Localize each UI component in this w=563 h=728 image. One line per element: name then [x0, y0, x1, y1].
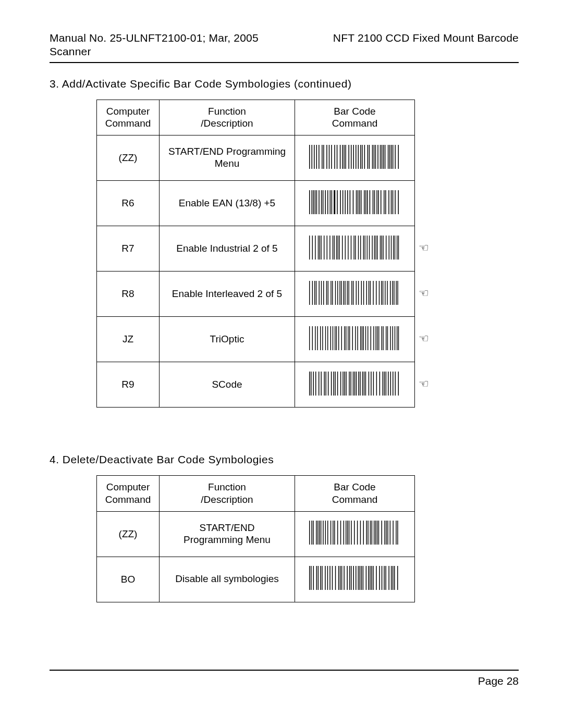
svg-rect-33: [385, 145, 386, 169]
svg-rect-263: [363, 521, 364, 545]
svg-rect-259: [351, 521, 351, 545]
barcode-icon: [309, 190, 400, 214]
svg-rect-193: [386, 326, 386, 350]
svg-rect-171: [336, 326, 337, 350]
svg-rect-52: [334, 190, 335, 214]
svg-rect-57: [347, 190, 348, 214]
computer-command-cell: R9: [97, 362, 160, 408]
svg-rect-111: [382, 236, 382, 260]
bar-code-command-cell: [295, 135, 415, 181]
col-header-computer-command: Computer Command: [97, 476, 160, 512]
svg-rect-113: [386, 236, 386, 260]
svg-rect-3: [316, 145, 317, 169]
svg-rect-121: [312, 281, 313, 305]
svg-rect-108: [375, 236, 376, 260]
svg-rect-277: [393, 521, 393, 545]
svg-rect-275: [387, 521, 388, 545]
svg-rect-112: [383, 236, 383, 260]
svg-rect-4: [319, 145, 320, 169]
col-header-computer-command: Computer Command: [97, 100, 160, 135]
svg-rect-287: [325, 566, 326, 590]
svg-rect-279: [397, 521, 398, 545]
svg-rect-144: [363, 281, 364, 305]
table-row: R7Enable Industrial 2 of 5: [97, 226, 415, 272]
svg-rect-203: [315, 372, 316, 396]
svg-rect-7: [326, 145, 327, 169]
svg-rect-310: [376, 566, 377, 590]
svg-rect-281: [311, 566, 312, 590]
function-description-cell: START/END Programming Menu: [160, 135, 295, 181]
svg-rect-93: [339, 236, 339, 260]
computer-command-cell: R6: [97, 181, 160, 226]
bar-code-command-cell: [295, 511, 415, 557]
barcode-icon: [309, 566, 400, 590]
svg-rect-54: [340, 190, 341, 214]
svg-rect-77: [393, 190, 394, 214]
svg-rect-1: [312, 145, 313, 169]
svg-rect-5: [322, 145, 323, 169]
svg-rect-254: [340, 521, 341, 545]
page-body: Manual No. 25-ULNFT2100-01; Mar, 2005 Sc…: [50, 31, 519, 697]
svg-rect-76: [391, 190, 392, 214]
function-description-cell: Disable all symbologies: [160, 557, 295, 602]
svg-rect-125: [321, 281, 322, 305]
svg-rect-249: [327, 521, 328, 545]
svg-rect-164: [320, 326, 321, 350]
svg-rect-256: [346, 521, 346, 545]
svg-rect-199: [398, 326, 399, 350]
svg-rect-219: [353, 372, 353, 396]
svg-rect-74: [385, 190, 386, 214]
svg-rect-293: [340, 566, 341, 590]
svg-rect-43: [315, 190, 316, 214]
svg-rect-30: [380, 145, 381, 169]
svg-rect-100: [358, 236, 359, 260]
svg-rect-239: [398, 372, 399, 396]
svg-rect-109: [377, 236, 377, 260]
svg-rect-307: [370, 566, 371, 590]
svg-rect-187: [373, 326, 374, 350]
svg-rect-303: [361, 566, 362, 590]
table-row: JZTriOptic: [97, 317, 415, 362]
svg-rect-86: [324, 236, 324, 260]
svg-rect-105: [369, 236, 370, 260]
svg-rect-55: [342, 190, 344, 214]
svg-rect-23: [364, 145, 365, 169]
svg-rect-162: [315, 326, 315, 350]
svg-rect-316: [391, 566, 392, 590]
svg-rect-253: [337, 521, 338, 545]
svg-rect-177: [349, 326, 350, 350]
svg-rect-25: [369, 145, 370, 169]
svg-rect-83: [318, 236, 319, 260]
svg-rect-185: [368, 326, 368, 350]
svg-rect-161: [312, 326, 313, 350]
svg-rect-250: [331, 521, 331, 545]
svg-rect-212: [337, 372, 338, 396]
svg-rect-243: [316, 521, 316, 545]
svg-rect-127: [326, 281, 327, 305]
svg-rect-115: [391, 236, 391, 260]
svg-rect-99: [355, 236, 356, 260]
svg-rect-101: [360, 236, 361, 260]
svg-rect-116: [393, 236, 394, 260]
svg-rect-53: [337, 190, 338, 214]
svg-rect-156: [392, 281, 393, 305]
svg-rect-226: [365, 372, 366, 396]
svg-rect-173: [341, 326, 342, 350]
svg-rect-218: [350, 372, 351, 396]
svg-rect-313: [384, 566, 385, 590]
hand-point-left-icon: ☜: [419, 378, 429, 390]
svg-rect-32: [383, 145, 384, 169]
svg-rect-299: [353, 566, 354, 590]
table-row: R9SCode: [97, 362, 415, 408]
svg-rect-202: [313, 372, 313, 396]
svg-rect-120: [309, 281, 310, 305]
svg-rect-95: [345, 236, 346, 260]
svg-rect-19: [356, 145, 357, 169]
svg-rect-103: [364, 236, 365, 260]
computer-command-cell: (ZZ): [97, 511, 160, 557]
svg-rect-270: [377, 521, 377, 545]
svg-rect-139: [351, 281, 352, 305]
svg-rect-22: [362, 145, 363, 169]
svg-rect-213: [340, 372, 341, 396]
svg-rect-28: [375, 145, 376, 169]
